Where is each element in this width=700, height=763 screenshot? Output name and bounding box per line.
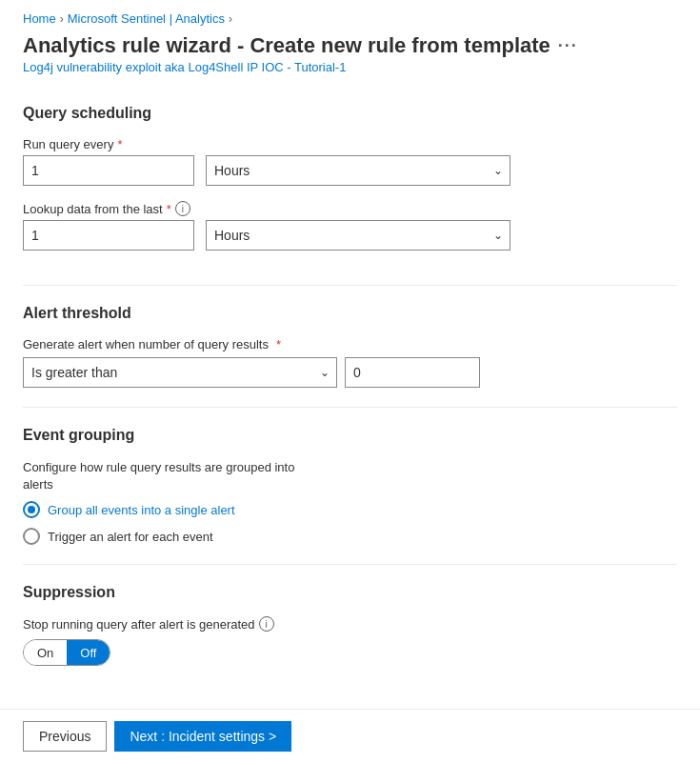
toggle-on-option[interactable]: On <box>24 640 67 665</box>
threshold-inputs-row: Is greater than Is less than Is equal to… <box>23 357 677 388</box>
threshold-condition-select[interactable]: Is greater than Is less than Is equal to <box>23 357 337 388</box>
breadcrumb: Home › Microsoft Sentinel | Analytics › <box>0 0 700 31</box>
run-query-unit-wrapper: Minutes Hours Days ⌄ <box>206 155 510 186</box>
threshold-condition-wrapper: Is greater than Is less than Is equal to… <box>23 357 337 388</box>
suppression-toggle-row: On Off <box>23 639 677 666</box>
lookup-unit-wrapper: Minutes Hours Days ⌄ <box>206 220 510 251</box>
suppression-toggle[interactable]: On Off <box>23 639 110 666</box>
divider-3 <box>23 564 677 565</box>
run-query-group: Run query every * Minutes Hours Days ⌄ <box>23 137 677 201</box>
breadcrumb-sep-2: › <box>229 12 232 26</box>
suppression-info-icon[interactable]: i <box>259 616 274 632</box>
radio-trigger-each-event-circle <box>23 528 40 545</box>
toggle-off-option[interactable]: Off <box>67 640 110 665</box>
event-grouping-description: Configure how rule query results are gro… <box>23 459 309 493</box>
lookup-data-label: Lookup data from the last * i <box>23 201 677 216</box>
alert-threshold-title: Alert threshold <box>23 305 677 322</box>
lookup-unit-select[interactable]: Minutes Hours Days <box>206 220 510 251</box>
radio-group-all-events-label: Group all events into a single alert <box>48 503 235 517</box>
suppression-label: Stop running query after alert is genera… <box>23 616 677 632</box>
divider-1 <box>23 285 677 286</box>
event-grouping-title: Event grouping <box>23 427 677 444</box>
threshold-label-row: Generate alert when number of query resu… <box>23 337 677 351</box>
previous-button[interactable]: Previous <box>23 721 107 752</box>
threshold-label: Generate alert when number of query resu… <box>23 337 269 351</box>
radio-trigger-each-event[interactable]: Trigger an alert for each event <box>23 528 677 545</box>
threshold-required: * <box>276 337 281 351</box>
page-title-container: Analytics rule wizard - Create new rule … <box>0 31 700 58</box>
run-query-unit-select[interactable]: Minutes Hours Days <box>206 155 510 186</box>
threshold-value-input[interactable] <box>345 357 480 388</box>
lookup-required: * <box>167 202 171 216</box>
suppression-title: Suppression <box>23 584 677 601</box>
run-query-inputs: Minutes Hours Days ⌄ <box>23 155 677 186</box>
divider-2 <box>23 407 677 408</box>
run-query-required: * <box>117 137 122 151</box>
page-title: Analytics rule wizard - Create new rule … <box>23 33 550 58</box>
query-scheduling-title: Query scheduling <box>23 105 677 122</box>
page-subtitle: Log4j vulnerability exploit aka Log4Shel… <box>0 58 700 90</box>
radio-group-all-events-circle <box>23 501 40 518</box>
page-title-more-icon[interactable]: ··· <box>558 36 578 56</box>
radio-trigger-each-event-label: Trigger an alert for each event <box>48 530 213 544</box>
breadcrumb-home[interactable]: Home <box>23 11 56 26</box>
radio-group-all-events[interactable]: Group all events into a single alert <box>23 501 677 518</box>
run-query-label: Run query every * <box>23 137 677 151</box>
next-button[interactable]: Next : Incident settings > <box>114 721 291 752</box>
breadcrumb-sep-1: › <box>60 12 64 26</box>
run-query-input[interactable] <box>23 155 194 186</box>
main-content: Query scheduling Run query every * Minut… <box>0 90 700 742</box>
breadcrumb-sentinel[interactable]: Microsoft Sentinel | Analytics <box>68 11 225 26</box>
footer: Previous Next : Incident settings > <box>0 709 700 763</box>
lookup-data-group: Lookup data from the last * i Minutes Ho… <box>23 201 677 266</box>
lookup-data-input[interactable] <box>23 220 194 251</box>
event-grouping-radio-group: Group all events into a single alert Tri… <box>23 501 677 545</box>
lookup-data-inputs: Minutes Hours Days ⌄ <box>23 220 677 251</box>
lookup-info-icon[interactable]: i <box>175 201 190 216</box>
